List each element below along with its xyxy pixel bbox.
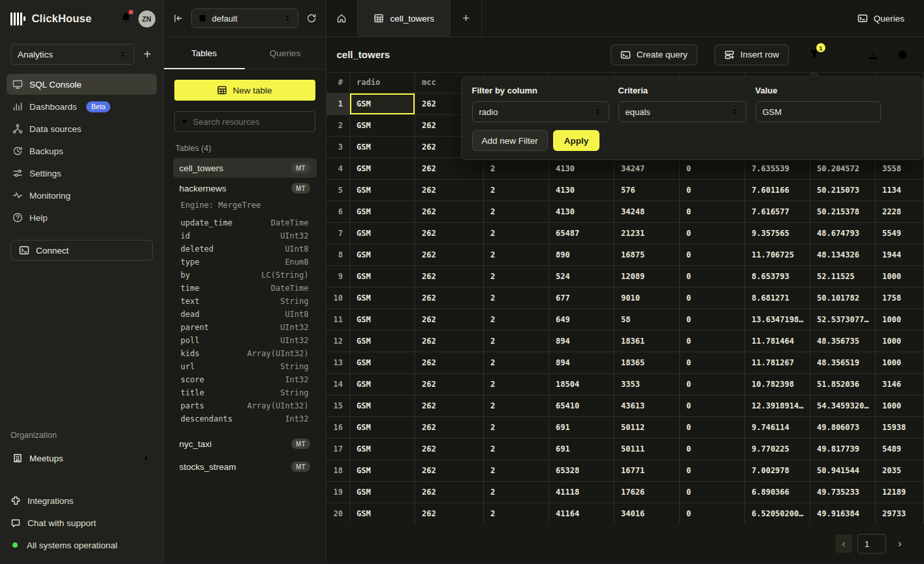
prev-page-button[interactable]: ‹ xyxy=(835,535,852,553)
table-cell[interactable]: 1134 xyxy=(876,179,924,201)
integrations-link[interactable]: Integrations xyxy=(10,491,153,510)
table-cell[interactable]: 34247 xyxy=(614,158,680,179)
table-cell[interactable]: 51.852036 xyxy=(810,373,876,395)
table-list-item-hackernews[interactable]: hackernews MT xyxy=(173,178,317,198)
table-cell[interactable]: 2 xyxy=(484,438,549,459)
table-cell[interactable]: 34248 xyxy=(614,201,680,222)
table-cell[interactable]: 5489 xyxy=(876,438,924,459)
row-number[interactable]: 19 xyxy=(327,481,350,503)
table-cell[interactable]: 9.357565 xyxy=(745,222,810,244)
queries-button[interactable]: Queries xyxy=(847,0,924,37)
table-row[interactable]: 13GSM262289418365011.78126748.3565191000 xyxy=(327,352,924,373)
table-row[interactable]: 5GSM2622413057607.60116650.2150731134 xyxy=(327,179,924,201)
table-cell[interactable]: 0 xyxy=(680,244,745,265)
chat-support-link[interactable]: Chat with support xyxy=(10,513,153,533)
table-cell[interactable]: GSM xyxy=(350,93,415,114)
table-cell[interactable]: 0 xyxy=(680,330,745,352)
table-cell[interactable]: 0 xyxy=(680,395,745,416)
remove-filter-button[interactable] xyxy=(898,103,912,120)
table-cell[interactable]: GSM xyxy=(350,244,415,265)
table-cell[interactable]: 6.52050200… xyxy=(745,503,810,523)
column-header[interactable]: radio xyxy=(350,73,415,93)
table-cell[interactable]: 43613 xyxy=(614,395,680,416)
table-cell[interactable]: GSM xyxy=(350,373,415,395)
table-cell[interactable]: 4130 xyxy=(549,179,614,201)
tab-tables[interactable]: Tables xyxy=(164,37,245,69)
table-cell[interactable]: 1944 xyxy=(876,244,924,265)
row-number[interactable]: 18 xyxy=(327,459,350,481)
system-status[interactable]: All systems operational xyxy=(10,535,153,555)
table-cell[interactable]: 262 xyxy=(415,373,484,395)
add-filter-button[interactable]: Add new Filter xyxy=(472,130,548,151)
table-cell[interactable]: 41164 xyxy=(549,503,614,523)
row-number[interactable]: 7 xyxy=(327,222,350,244)
sidebar-item-sql-console[interactable]: SQL Console xyxy=(7,74,157,95)
table-cell[interactable]: GSM xyxy=(350,158,415,179)
sidebar-item-settings[interactable]: Settings xyxy=(7,163,157,184)
table-list-item-cell-towers[interactable]: cell_towers MT xyxy=(173,158,317,178)
table-cell[interactable]: 18365 xyxy=(614,352,680,373)
table-cell[interactable]: 48.356735 xyxy=(810,330,876,352)
table-cell[interactable]: GSM xyxy=(350,287,415,308)
table-cell[interactable]: 8.653793 xyxy=(745,265,810,287)
table-cell[interactable]: 50.101782 xyxy=(810,287,876,308)
row-number[interactable]: 6 xyxy=(327,201,350,222)
row-number[interactable]: 17 xyxy=(327,438,350,459)
table-cell[interactable]: 9010 xyxy=(614,287,680,308)
table-cell[interactable]: 262 xyxy=(415,158,484,179)
workspace-select[interactable]: Analytics xyxy=(10,44,135,65)
filter-column-select[interactable]: radio xyxy=(472,101,609,122)
table-cell[interactable]: 2228 xyxy=(876,201,924,222)
table-list-item-nyc_taxi[interactable]: nyc_taxiMT xyxy=(173,434,317,454)
table-row[interactable]: 15GSM26226541043613012.3918914…54.345932… xyxy=(327,395,924,416)
row-number[interactable]: 13 xyxy=(327,352,350,373)
sidebar-item-data-sources[interactable]: Data sources xyxy=(7,118,157,139)
table-cell[interactable]: 48.356519 xyxy=(810,352,876,373)
table-cell[interactable]: 54.3459320… xyxy=(810,395,876,416)
add-workspace-button[interactable]: + xyxy=(142,48,153,61)
table-cell[interactable]: 12089 xyxy=(614,265,680,287)
table-cell[interactable]: 2 xyxy=(484,265,549,287)
table-cell[interactable]: 649 xyxy=(549,308,614,330)
row-number[interactable]: 10 xyxy=(327,287,350,308)
filter-button[interactable]: 1 xyxy=(808,48,820,61)
table-cell[interactable]: 11.781464 xyxy=(745,330,810,352)
sidebar-item-monitoring[interactable]: Monitoring xyxy=(7,185,157,206)
table-cell[interactable]: 8.681271 xyxy=(745,287,810,308)
table-cell[interactable]: 0 xyxy=(680,352,745,373)
table-row[interactable]: 7GSM2622654872123109.35756548.6747935549 xyxy=(327,222,924,244)
tab-cell-towers[interactable]: cell_towers xyxy=(358,0,451,37)
table-cell[interactable]: 0 xyxy=(680,503,745,523)
table-cell[interactable]: GSM xyxy=(350,395,415,416)
table-row[interactable]: 10GSM2622677901008.68127150.1017821758 xyxy=(327,287,924,308)
table-cell[interactable]: 262 xyxy=(415,287,484,308)
insert-row-button[interactable]: Insert row xyxy=(714,44,789,65)
table-cell[interactable]: GSM xyxy=(350,438,415,459)
table-cell[interactable]: 50.215073 xyxy=(810,179,876,201)
table-cell[interactable]: 13.6347198… xyxy=(745,308,810,330)
table-cell[interactable]: 7.002978 xyxy=(745,459,810,481)
table-cell[interactable]: 10.782398 xyxy=(745,373,810,395)
table-cell[interactable]: 262 xyxy=(415,222,484,244)
table-cell[interactable]: 0 xyxy=(680,265,745,287)
table-cell[interactable]: 48.134326 xyxy=(810,244,876,265)
table-cell[interactable]: 16875 xyxy=(614,244,680,265)
tab-queries[interactable]: Queries xyxy=(245,37,326,69)
table-cell[interactable]: 262 xyxy=(415,352,484,373)
new-tab-button[interactable]: + xyxy=(451,0,482,37)
table-cell[interactable]: 18361 xyxy=(614,330,680,352)
table-cell[interactable]: GSM xyxy=(350,136,415,158)
table-cell[interactable]: 7.601166 xyxy=(745,179,810,201)
table-cell[interactable]: 49.916384 xyxy=(810,503,876,523)
table-cell[interactable]: 524 xyxy=(549,265,614,287)
collapse-panel-icon[interactable] xyxy=(173,13,183,24)
table-cell[interactable]: 262 xyxy=(415,503,484,523)
table-cell[interactable]: 49.806073 xyxy=(810,416,876,438)
row-number[interactable]: 3 xyxy=(327,136,350,158)
sidebar-item-dashboards[interactable]: Dashboards Beta xyxy=(7,96,157,117)
table-row[interactable]: 18GSM2622653281677107.00297850.941544203… xyxy=(327,459,924,481)
refresh-table-button[interactable] xyxy=(897,49,908,61)
table-cell[interactable]: 0 xyxy=(680,201,745,222)
table-cell[interactable]: 2 xyxy=(484,179,549,201)
table-cell[interactable]: 65328 xyxy=(549,459,614,481)
